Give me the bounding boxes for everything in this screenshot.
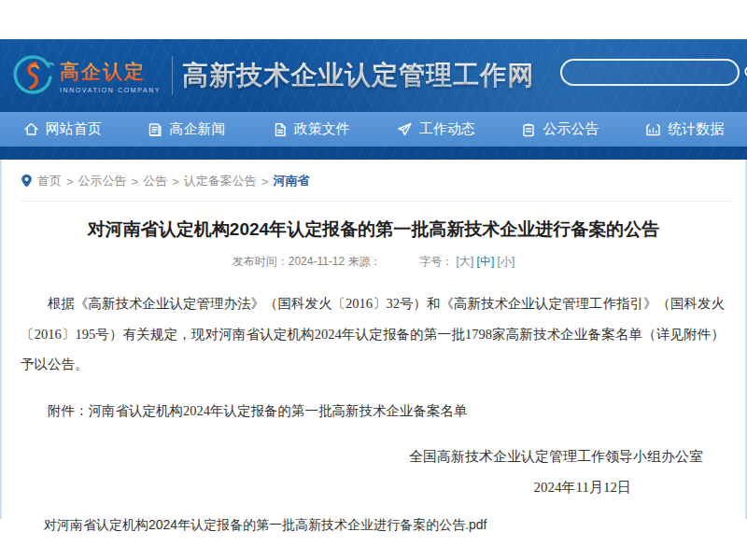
nav-label: 统计数据 [668, 120, 724, 138]
nav-item-news[interactable]: 高企新闻 [124, 112, 248, 147]
search-icon [743, 64, 747, 81]
breadcrumb-separator: > [132, 175, 139, 189]
nav-item-updates[interactable]: 工作动态 [374, 112, 498, 147]
article-body-paragraph: 根据《高新技术企业认定管理办法》（国科发火〔2016〕32号）和《高新技术企业认… [21, 288, 725, 380]
brand-name-en: INNOVATION COMPANY [60, 87, 161, 93]
search-input[interactable] [562, 61, 743, 84]
brand-name-cn: 高企认定 [60, 59, 161, 85]
breadcrumb-divider [21, 201, 732, 202]
breadcrumb-separator: > [261, 175, 269, 189]
main-nav: 网站首页 高企新闻 政策文件 工作动态 公示公告 [0, 112, 747, 147]
breadcrumb-item-home[interactable]: 首页 [37, 173, 62, 189]
publish-time-label: 发布时间： [233, 255, 289, 268]
paper-plane-icon [397, 121, 413, 137]
issuing-office: 全国高新技术企业认定管理工作领导小组办公室 [2, 448, 745, 466]
breadcrumb-item-notice[interactable]: 公告 [143, 173, 167, 189]
font-size-medium-button[interactable]: [中] [477, 255, 495, 268]
nav-item-home[interactable]: 网站首页 [0, 112, 124, 147]
pdf-attachment-link[interactable]: 对河南省认定机构2024年认定报备的第一批高新技术企业进行备案的公告.pdf [44, 517, 487, 534]
nav-item-announcements[interactable]: 公示公告 [498, 112, 622, 147]
site-header: 高企认定 INNOVATION COMPANY 高新技术企业认定管理工作网 [0, 39, 747, 112]
location-pin-icon [21, 174, 33, 189]
site-logo[interactable]: 高企认定 INNOVATION COMPANY [13, 55, 161, 96]
nav-item-policy[interactable]: 政策文件 [249, 112, 374, 147]
source-label: 来源： [348, 255, 382, 268]
font-size-small-button[interactable]: [小] [498, 255, 515, 268]
news-icon [148, 122, 162, 137]
header-bottom-strip [0, 147, 747, 160]
nav-label: 高企新闻 [169, 120, 225, 138]
search-button[interactable] [743, 64, 747, 81]
chart-icon [645, 122, 661, 137]
nav-label: 公示公告 [543, 120, 599, 138]
breadcrumb-item-filing[interactable]: 认定备案公告 [184, 173, 257, 189]
breadcrumb: 首页 > 公示公告 > 公告 > 认定备案公告 > 河南省 [21, 173, 745, 189]
font-size-label: 字号： [419, 255, 453, 268]
attachment-line[interactable]: 附件：河南省认定机构2024年认定报备的第一批高新技术企业备案名单 [21, 402, 725, 420]
brand-logo-icon [13, 55, 54, 96]
breadcrumb-current-henan: 河南省 [273, 173, 309, 189]
site-title: 高新技术企业认定管理工作网 [182, 58, 534, 93]
article-title: 对河南省认定机构2024年认定报备的第一批高新技术企业进行备案的公告 [2, 217, 745, 242]
publish-date: 2024-11-12 [289, 255, 345, 268]
nav-label: 网站首页 [46, 120, 102, 138]
nav-label: 政策文件 [294, 120, 350, 138]
breadcrumb-separator: > [172, 175, 179, 189]
nav-item-statistics[interactable]: 统计数据 [623, 112, 747, 147]
brand-text: 高企认定 INNOVATION COMPANY [60, 59, 161, 93]
breadcrumb-separator: > [66, 175, 74, 189]
font-size-large-button[interactable]: [大] [457, 255, 474, 268]
document-icon [273, 122, 288, 137]
article-meta: 发布时间：2024-11-12 来源： 字号： [大] [中] [小] [2, 254, 745, 270]
page: 高企认定 INNOVATION COMPANY 高新技术企业认定管理工作网 网站… [0, 0, 747, 560]
search-box [560, 59, 740, 86]
logo-separator [172, 56, 173, 95]
home-icon [23, 121, 39, 137]
issue-date: 2024年11月12日 [2, 479, 745, 497]
breadcrumb-item-announcements[interactable]: 公示公告 [78, 173, 127, 189]
nav-label: 工作动态 [419, 120, 475, 138]
content-panel: 首页 > 公示公告 > 公告 > 认定备案公告 > 河南省 对河南省认定机构20… [0, 160, 747, 519]
clipboard-icon [521, 122, 536, 137]
